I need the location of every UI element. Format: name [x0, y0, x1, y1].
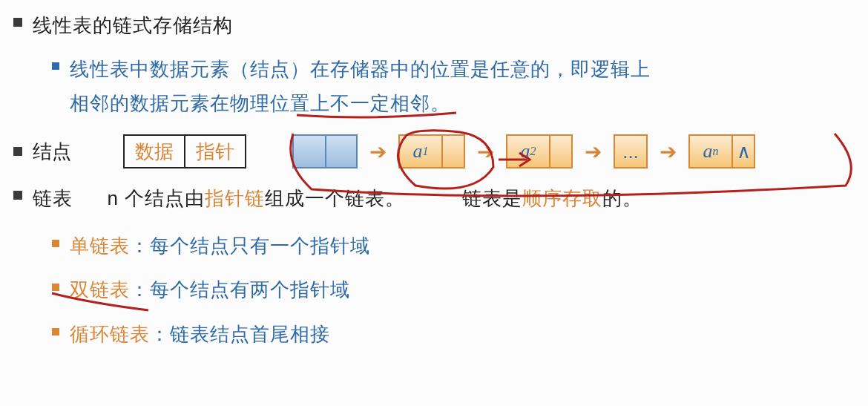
node-an-value: an [690, 136, 731, 167]
head-data-cell [294, 136, 325, 167]
node-a1-ptr [441, 136, 464, 167]
box-ptr-label: 指针 [184, 136, 245, 167]
arrow-icon: ➔ [660, 140, 677, 164]
arrow-icon: ➔ [369, 140, 387, 164]
box-data-label: 数据 [125, 136, 184, 167]
ll-label: 链表 [33, 187, 73, 209]
bullet-icon [52, 240, 59, 247]
definition-row: 线性表中数据元素（结点）在存储器中的位置是任意的，即逻辑上 相邻的数据元素在物理… [52, 52, 855, 122]
double-linked-row: 双链表：每个结点有两个指针域 [52, 273, 855, 307]
node-label: 结点 [33, 139, 71, 165]
arrow-icon: ➔ [477, 140, 494, 164]
definition-text: 线性表中数据元素（结点）在存储器中的位置是任意的，即逻辑上 相邻的数据元素在物理… [70, 52, 651, 122]
bullet-icon [13, 191, 22, 200]
heading-text: 线性表的链式存储结构 [33, 9, 233, 43]
bullet-icon [13, 18, 22, 27]
double-linked-text: 双链表：每个结点有两个指针域 [70, 273, 350, 307]
node-ellipsis: ... [614, 134, 648, 168]
arrow-icon: ➔ [585, 140, 602, 164]
bullet-icon [13, 147, 22, 156]
bullet-icon [52, 328, 59, 335]
definition-line2: 相邻的数据元素在物理位置上不一定相邻。 [70, 92, 450, 114]
node-a2-ptr [549, 136, 571, 167]
node-diagram: 结点 数据 指针 ➔ a1 ➔ a2 ➔ ... ➔ an ∧ [33, 134, 755, 168]
bullet-icon [52, 62, 59, 70]
node-a1-value: a1 [400, 136, 441, 167]
single-linked-row: 单链表：每个结点只有一个指针域 [52, 229, 855, 263]
circular-linked-row: 循环链表：链表结点首尾相接 [52, 318, 855, 352]
heading-row: 线性表的链式存储结构 [13, 9, 855, 43]
node-row: 结点 数据 指针 ➔ a1 ➔ a2 ➔ ... ➔ an ∧ [13, 134, 855, 168]
node-a2-value: a2 [507, 136, 549, 167]
single-linked-text: 单链表：每个结点只有一个指针域 [70, 229, 370, 263]
node-a1: a1 [398, 134, 465, 168]
circular-linked-text: 循环链表：链表结点首尾相接 [70, 318, 330, 352]
node-a2: a2 [506, 134, 573, 168]
head-ptr-cell [325, 136, 356, 167]
node-an: an ∧ [688, 134, 755, 168]
node-an-end: ∧ [731, 136, 754, 167]
bullet-icon [52, 284, 59, 291]
linkedlist-row: 链表 n 个结点由指针链组成一个链表。 链表是顺序存取的。 [13, 182, 855, 216]
definition-line1: 线性表中数据元素（结点）在存储器中的位置是任意的，即逻辑上 [70, 58, 651, 80]
node-box-labels: 数据 指针 [123, 134, 246, 168]
linkedlist-text: 链表 n 个结点由指针链组成一个链表。 链表是顺序存取的。 [33, 182, 642, 216]
head-node-box [292, 134, 358, 168]
